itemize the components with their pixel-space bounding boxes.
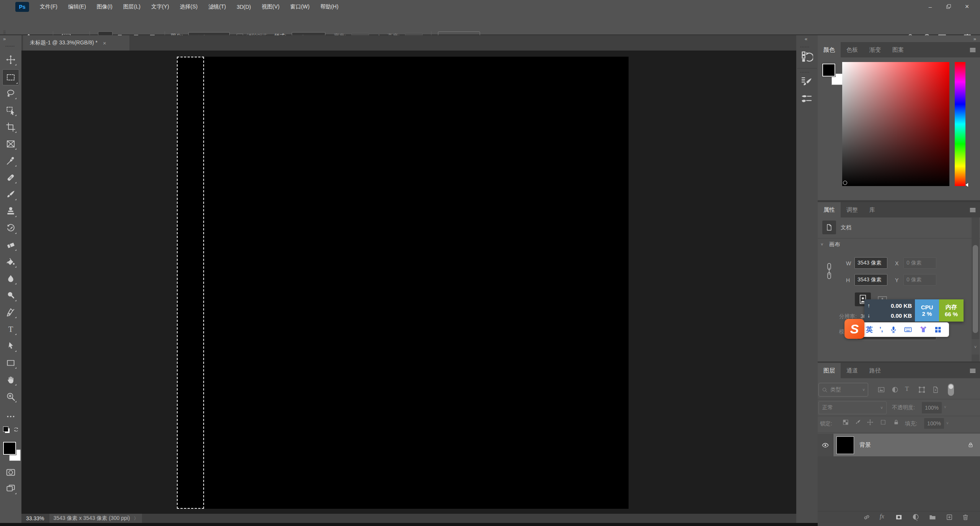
dock-grip[interactable]: •••••• <box>800 45 810 49</box>
tab-paths[interactable]: 路径 <box>864 363 887 378</box>
zoom-level-field[interactable]: 33.33% <box>26 515 44 521</box>
default-colors-icon[interactable] <box>3 426 8 432</box>
menu-layer[interactable]: 图层(L) <box>123 3 140 10</box>
layer-effects-icon[interactable]: fx <box>880 513 884 520</box>
type-tool[interactable]: T <box>4 322 18 336</box>
ime-punctuation-toggle[interactable]: ’, <box>879 326 883 333</box>
link-layers-icon[interactable] <box>863 513 871 521</box>
brushes-panel-icon[interactable] <box>800 92 813 105</box>
ime-language-toggle[interactable]: 英 <box>866 325 873 334</box>
layer-thumbnail[interactable] <box>836 436 854 454</box>
filter-image-layers-icon[interactable] <box>877 386 885 394</box>
sogou-logo[interactable]: S <box>844 319 864 339</box>
new-layer-icon[interactable] <box>946 513 953 521</box>
brush-settings-panel-icon[interactable] <box>800 75 813 88</box>
hue-slider[interactable] <box>955 62 965 186</box>
link-dimensions-icon[interactable] <box>825 260 833 283</box>
properties-scrollbar-thumb[interactable] <box>973 245 978 333</box>
edit-toolbar-icon[interactable] <box>4 410 18 423</box>
canvas-height-input[interactable]: 3543 像素 <box>854 274 887 286</box>
canvas-section-chevron-icon[interactable]: ˅ <box>821 242 823 247</box>
foreground-color-swatch[interactable] <box>3 442 16 455</box>
menu-edit[interactable]: 编辑(E) <box>68 3 86 10</box>
maximize-button[interactable] <box>941 0 956 13</box>
document-tab-close-icon[interactable]: × <box>103 40 106 46</box>
menu-3d[interactable]: 3D(D) <box>237 4 251 10</box>
tab-swatches[interactable]: 色板 <box>841 42 864 57</box>
document-canvas[interactable] <box>177 57 629 509</box>
tab-libraries[interactable]: 库 <box>864 202 881 217</box>
tab-color[interactable]: 颜色 <box>818 42 841 57</box>
properties-scrollbar-down-icon[interactable]: ˅ <box>972 339 979 354</box>
filter-toggle[interactable] <box>948 384 954 396</box>
panel-expand-icon[interactable]: » <box>973 36 976 42</box>
tab-adjustments[interactable]: 调整 <box>841 202 864 217</box>
toolbar-expand-icon[interactable]: » <box>3 36 6 42</box>
menu-help[interactable]: 帮助(H) <box>320 3 338 10</box>
dodge-tool[interactable] <box>4 289 18 302</box>
tab-properties[interactable]: 属性 <box>818 202 841 217</box>
eyedropper-tool[interactable] <box>4 154 18 168</box>
close-button[interactable]: × <box>959 0 975 13</box>
menu-type[interactable]: 文字(Y) <box>151 3 169 10</box>
menu-filter[interactable]: 滤镜(T) <box>208 3 226 10</box>
selection-marquee[interactable] <box>177 57 204 509</box>
ime-toolbox-icon[interactable] <box>934 326 942 333</box>
delete-layer-icon[interactable] <box>962 513 969 521</box>
frame-tool[interactable] <box>4 137 18 151</box>
quick-mask-mode-button[interactable] <box>4 466 18 479</box>
ime-keyboard-icon[interactable] <box>904 325 912 334</box>
menu-file[interactable]: 文件(F) <box>40 3 57 10</box>
path-selection-tool[interactable] <box>4 339 18 353</box>
move-tool[interactable] <box>4 53 18 67</box>
object-selection-tool[interactable] <box>4 103 18 117</box>
layer-row-background[interactable]: 背景 <box>833 434 980 456</box>
ime-skin-icon[interactable] <box>919 325 928 335</box>
paint-bucket-tool[interactable] <box>4 255 18 269</box>
ime-microphone-icon[interactable] <box>890 326 897 333</box>
add-layer-mask-icon[interactable] <box>895 513 903 521</box>
menu-window[interactable]: 窗口(W) <box>290 3 310 10</box>
history-panel-icon[interactable] <box>800 50 813 63</box>
pen-tool[interactable] <box>4 305 18 319</box>
crop-tool[interactable] <box>4 120 18 134</box>
screen-mode-button[interactable] <box>4 482 18 495</box>
new-group-icon[interactable] <box>929 513 936 521</box>
eraser-tool[interactable] <box>4 238 18 252</box>
status-chevron-icon[interactable]: 〉 <box>134 515 138 522</box>
filter-type-layers-icon[interactable]: T <box>905 385 909 393</box>
layers-panel-menu-icon[interactable] <box>969 363 977 378</box>
toolbar-grip[interactable]: •••••• <box>5 44 15 48</box>
filter-adjustment-layers-icon[interactable] <box>891 386 899 394</box>
minimize-button[interactable]: – <box>923 0 938 13</box>
history-brush-tool[interactable] <box>4 221 18 235</box>
properties-panel-menu-icon[interactable] <box>969 202 977 217</box>
layer-filter-select[interactable]: 类型 ˅ <box>818 383 868 397</box>
filter-smart-objects-icon[interactable] <box>932 386 939 394</box>
rectangular-marquee-tool[interactable] <box>2 69 19 85</box>
color-panel-menu-icon[interactable] <box>969 42 977 57</box>
saturation-brightness-picker[interactable] <box>842 62 949 186</box>
document-info[interactable]: 3543 像素 x 3543 像素 (300 ppi) 〉 <box>49 514 142 523</box>
dock-collapse-icon[interactable]: « <box>805 36 807 42</box>
spot-healing-brush-tool[interactable] <box>4 171 18 185</box>
tab-patterns[interactable]: 图案 <box>887 42 910 57</box>
dock-grip[interactable]: •••••• <box>800 70 810 74</box>
lasso-tool[interactable] <box>4 87 18 100</box>
swap-colors-icon[interactable] <box>13 426 19 433</box>
filter-shape-layers-icon[interactable] <box>918 386 926 394</box>
hue-slider-pointer[interactable] <box>965 183 968 187</box>
rectangle-tool[interactable] <box>4 356 18 370</box>
layer-visibility-toggle[interactable] <box>818 434 833 456</box>
menu-view[interactable]: 视图(V) <box>261 3 279 10</box>
blur-tool[interactable] <box>4 272 18 286</box>
clone-stamp-tool[interactable] <box>4 204 18 218</box>
document-tab[interactable]: 未标题-1 @ 33.3%(RGB/8) * × <box>23 35 129 51</box>
tab-layers[interactable]: 图层 <box>818 363 841 378</box>
menu-select[interactable]: 选择(S) <box>180 3 198 10</box>
panel-foreground-color-swatch[interactable] <box>822 64 835 77</box>
color-picker-cursor[interactable] <box>843 181 847 185</box>
brush-tool[interactable] <box>4 188 18 201</box>
new-adjustment-layer-icon[interactable] <box>912 513 920 521</box>
zoom-tool[interactable] <box>4 390 18 403</box>
